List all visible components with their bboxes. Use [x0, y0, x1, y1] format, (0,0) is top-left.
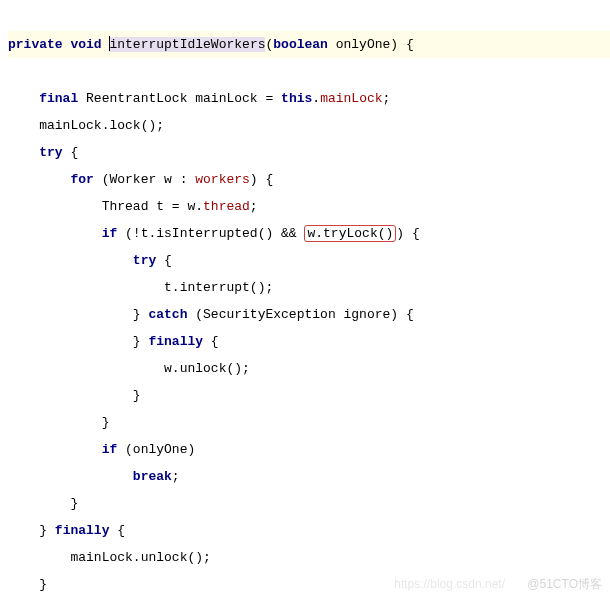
keyword-final: final	[39, 91, 78, 106]
code-line-6: Thread t = w.thread;	[8, 199, 258, 214]
keyword-for: for	[70, 172, 93, 187]
code-line-13: }	[8, 388, 141, 403]
keyword-finally: finally	[148, 334, 203, 349]
dot: .	[312, 91, 320, 106]
code-line-10: } catch (SecurityException ignore) {	[8, 307, 414, 322]
brace: {	[156, 253, 172, 268]
highlighted-trylock-box: w.tryLock()	[304, 225, 396, 242]
close: }	[39, 577, 47, 592]
indent	[8, 577, 39, 592]
indent	[8, 415, 102, 430]
close: }	[39, 523, 55, 538]
code-line-17: }	[8, 496, 78, 511]
code-line-15: if (onlyOne)	[8, 442, 195, 457]
code-line-5: for (Worker w : workers) {	[8, 172, 273, 187]
brace: {	[63, 145, 79, 160]
code-line-2: final ReentrantLock mainLock = this.main…	[8, 91, 390, 106]
code-line-19: mainLock.unlock();	[8, 550, 211, 565]
keyword-break: break	[133, 469, 172, 484]
code-line-16: break;	[8, 469, 180, 484]
keyword-this: this	[281, 91, 312, 106]
member-mainlock: mainLock	[320, 91, 382, 106]
indent	[8, 388, 133, 403]
code-block: private void interruptIdleWorkers(boolea…	[0, 0, 610, 602]
indent	[8, 91, 39, 106]
text: (Worker w :	[94, 172, 195, 187]
indent	[8, 172, 70, 187]
tail: ) {	[396, 226, 419, 241]
method-name-highlight: interruptIdleWorkers	[109, 37, 265, 52]
indent	[8, 469, 133, 484]
code-line-8: try {	[8, 253, 172, 268]
member-workers: workers	[195, 172, 250, 187]
indent	[8, 496, 70, 511]
var-text: mainLock	[195, 91, 257, 106]
param-text: onlyOne)	[328, 37, 398, 52]
indent	[8, 307, 133, 322]
text: Thread t = w.	[102, 199, 203, 214]
call: lock	[109, 118, 140, 133]
close: }	[70, 496, 78, 511]
code-line-20: }	[8, 577, 47, 592]
code-line-9: t.interrupt();	[8, 280, 273, 295]
indent	[8, 523, 39, 538]
close: }	[133, 388, 141, 403]
brace: {	[203, 334, 219, 349]
indent	[8, 253, 133, 268]
code-line-3: mainLock.lock();	[8, 118, 164, 133]
brace: {	[398, 37, 414, 52]
keyword-finally: finally	[55, 523, 110, 538]
text-cursor	[109, 36, 110, 51]
code-line-18: } finally {	[8, 523, 125, 538]
semi: ;	[250, 199, 258, 214]
close: }	[133, 307, 149, 322]
code-line-12: w.unlock();	[8, 361, 250, 376]
text: t.interrupt();	[164, 280, 273, 295]
indent	[8, 145, 39, 160]
keyword-if: if	[102, 442, 118, 457]
keyword-try: try	[39, 145, 62, 160]
member-thread: thread	[203, 199, 250, 214]
type-text: ReentrantLock	[78, 91, 195, 106]
indent	[8, 280, 164, 295]
tail: ) {	[250, 172, 273, 187]
keyword-void: void	[70, 37, 101, 52]
indent	[8, 442, 102, 457]
indent	[8, 118, 39, 133]
text: mainLock.	[39, 118, 109, 133]
args: (SecurityException ignore) {	[187, 307, 413, 322]
tail: ();	[141, 118, 164, 133]
text: (onlyOne)	[117, 442, 195, 457]
close: }	[102, 415, 110, 430]
code-line-1: private void interruptIdleWorkers(boolea…	[8, 31, 610, 58]
keyword-private: private	[8, 37, 63, 52]
code-line-7: if (!t.isInterrupted() && w.tryLock()) {	[8, 225, 420, 242]
keyword-if: if	[102, 226, 118, 241]
code-line-4: try {	[8, 145, 78, 160]
keyword-catch: catch	[148, 307, 187, 322]
semi: ;	[383, 91, 391, 106]
eq: =	[258, 91, 281, 106]
cond-text: (!t.isInterrupted() &&	[117, 226, 304, 241]
indent	[8, 550, 70, 565]
keyword-boolean: boolean	[273, 37, 328, 52]
indent	[8, 334, 133, 349]
indent	[8, 226, 102, 241]
close: }	[133, 334, 149, 349]
semi: ;	[172, 469, 180, 484]
brace: {	[109, 523, 125, 538]
code-line-14: }	[8, 415, 109, 430]
code-line-11: } finally {	[8, 334, 219, 349]
text: mainLock.unlock();	[70, 550, 210, 565]
indent	[8, 199, 102, 214]
indent	[8, 361, 164, 376]
keyword-try: try	[133, 253, 156, 268]
text: w.unlock();	[164, 361, 250, 376]
